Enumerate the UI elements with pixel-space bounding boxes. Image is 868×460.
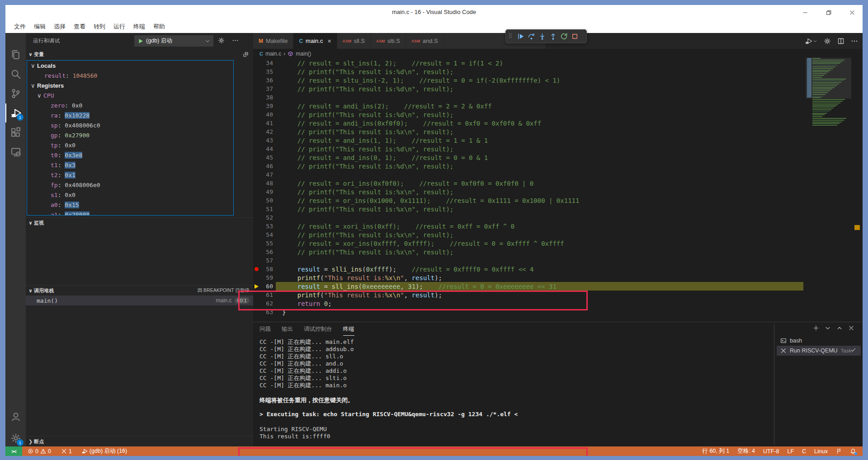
breakpoint-gutter[interactable]: [253, 93, 260, 102]
status-item-2[interactable]: UTF-8: [763, 448, 779, 455]
breakpoint-gutter[interactable]: [253, 230, 260, 239]
code-line-34[interactable]: 34 // result = slt_ins(1, 2); //result =…: [253, 59, 863, 67]
register-row[interactable]: tp: 0x0: [27, 140, 233, 150]
breakpoint-gutter[interactable]: [253, 256, 260, 265]
code-editor[interactable]: 34 // result = slt_ins(1, 2); //result =…: [253, 59, 863, 322]
registers-group[interactable]: ∨Registers: [27, 80, 233, 90]
notifications-item[interactable]: [850, 448, 856, 455]
breakpoint-gutter[interactable]: [253, 188, 260, 196]
minimap-slider[interactable]: [806, 58, 851, 99]
code-line-47[interactable]: 47: [253, 170, 863, 179]
feedback-item[interactable]: [836, 448, 842, 454]
restore-button[interactable]: [823, 7, 835, 19]
start-debug-icon[interactable]: [137, 38, 144, 44]
breakpoint-gutter[interactable]: [253, 119, 260, 127]
breakpoint-gutter[interactable]: [253, 127, 260, 136]
status-item-4[interactable]: C: [802, 448, 806, 455]
locals-group[interactable]: ∨Locals: [27, 61, 233, 70]
tab-and-S[interactable]: ASMand.S: [406, 33, 444, 49]
call-stack-frame[interactable]: main() main.c 60:1: [26, 296, 253, 305]
breadcrumb-symbol[interactable]: main(): [296, 51, 311, 57]
local-variable[interactable]: result: 1048560: [27, 70, 233, 80]
code-line-51[interactable]: 51 // printf("This result is:%x\n", resu…: [253, 205, 863, 213]
menu-item-0[interactable]: 文件: [10, 21, 30, 32]
register-row[interactable]: a1: 0x28008: [27, 210, 233, 216]
problems-status[interactable]: 00: [28, 448, 51, 455]
code-line-37[interactable]: 37 // printf("This result is:%d\n", resu…: [253, 84, 863, 93]
breakpoint-gutter[interactable]: [253, 162, 260, 170]
breakpoint-gutter[interactable]: [253, 205, 260, 213]
activity-item-extensions[interactable]: [5, 123, 26, 142]
register-row[interactable]: gp: 0x27900: [27, 130, 233, 140]
launch-config-dropdown[interactable]: (gdb) 启动: [134, 35, 213, 47]
activity-item-accounts[interactable]: [5, 407, 26, 426]
terminal-dropdown-icon[interactable]: [825, 325, 831, 331]
debug-step-over-button[interactable]: [526, 31, 537, 42]
breakpoints-section-header[interactable]: ❯ 断点: [26, 436, 253, 446]
register-row[interactable]: sp: 0x408006c0: [27, 120, 233, 130]
activity-item-source-control[interactable]: [5, 84, 26, 103]
tab-Makefile[interactable]: MMakefile: [253, 33, 293, 49]
debug-step-out-button[interactable]: [547, 31, 558, 42]
code-line-55[interactable]: 55 // result = xor_ins(0xffff, 0xffff); …: [253, 239, 863, 248]
code-line-60[interactable]: 60 result = sll_ins(0xeeeeeeee, 31); //r…: [253, 282, 863, 291]
editor-action-more-actions[interactable]: [851, 38, 858, 45]
code-line-54[interactable]: 54 // printf("This result is:%x\n", resu…: [253, 230, 863, 239]
panel-tab-问题[interactable]: 问题: [259, 325, 271, 336]
panel-tab-终端[interactable]: 终端: [343, 325, 354, 336]
minimize-button[interactable]: [799, 7, 811, 19]
remote-indicator[interactable]: ><: [5, 446, 22, 456]
code-line-36[interactable]: 36 // result = sltu_ins(-2, 1); //result…: [253, 76, 863, 84]
close-panel-icon[interactable]: [848, 325, 854, 331]
code-line-48[interactable]: 48 // result = ori_ins(0xf0f0); //result…: [253, 179, 863, 188]
tab-main-c[interactable]: Cmain.c×: [293, 33, 337, 49]
breakpoint-gutter[interactable]: [253, 196, 260, 205]
status-item-3[interactable]: LF: [787, 448, 794, 455]
register-row[interactable]: s1: 0x0: [27, 190, 233, 200]
panel-tab-调试控制台[interactable]: 调试控制台: [304, 325, 332, 336]
panel-tab-输出[interactable]: 输出: [282, 325, 293, 336]
menu-item-7[interactable]: 帮助: [149, 21, 169, 32]
running-tasks-status[interactable]: 1: [61, 448, 72, 455]
terminal-output[interactable]: CC -[M] 正在构建... main.elfCC -[M] 正在构建... …: [259, 338, 766, 446]
breakpoint-gutter[interactable]: [253, 291, 260, 299]
status-item-5[interactable]: Linux: [814, 448, 828, 455]
code-line-49[interactable]: 49 // printf("This result is:%x\n", resu…: [253, 188, 863, 196]
register-row[interactable]: t0: 0x3e8: [27, 150, 233, 160]
debug-session-status[interactable]: (gdb) 启动 (16): [82, 447, 127, 455]
code-line-50[interactable]: 50 // result = or_ins(0x1000, 0x1111); /…: [253, 196, 863, 205]
status-item-0[interactable]: 行 60, 列 1: [702, 447, 729, 455]
status-item-1[interactable]: 空格: 4: [737, 447, 755, 455]
code-line-61[interactable]: 61 printf("This result is:%x\n", result)…: [253, 291, 863, 299]
code-line-41[interactable]: 41 // result = andi_ins(0xf0f0); //resul…: [253, 119, 863, 127]
tab-sll-S[interactable]: ASMsll.S: [337, 33, 371, 49]
breakpoint-gutter[interactable]: [253, 136, 260, 145]
activity-item-search[interactable]: [5, 65, 26, 84]
activity-item-run-and-debug[interactable]: 1: [5, 103, 26, 122]
editor-action-run-or-debug[interactable]: [805, 38, 817, 45]
code-line-52[interactable]: 52: [253, 213, 863, 222]
breakpoint-gutter[interactable]: [253, 239, 260, 248]
variables-section-header[interactable]: ∨ 变量: [26, 49, 253, 60]
new-terminal-icon[interactable]: [813, 325, 819, 331]
code-line-42[interactable]: 42 // printf("This result is:%x\n", resu…: [253, 127, 863, 136]
code-line-43[interactable]: 43 // result = and_ins(1, 1); //result =…: [253, 136, 863, 145]
code-line-44[interactable]: 44 // printf("This result is:%d\n", resu…: [253, 145, 863, 153]
breakpoint-gutter[interactable]: [253, 222, 260, 230]
cpu-group[interactable]: ∨CPU: [27, 90, 233, 100]
debug-stop-button[interactable]: [569, 31, 580, 42]
terminal-list-item-Run-RISCV-QEMU[interactable]: Run RISCV-QEMUTask: [777, 346, 861, 356]
register-row[interactable]: ra: 0x10228: [27, 110, 233, 120]
register-row[interactable]: t2: 0x1: [27, 170, 233, 180]
code-line-40[interactable]: 40 // printf("This result is:%d\n", resu…: [253, 110, 863, 119]
breakpoint-gutter[interactable]: [253, 59, 260, 67]
tab-slti-S[interactable]: ASMslti.S: [371, 33, 406, 49]
code-line-45[interactable]: 45 // result = and_ins(0, 1); //result =…: [253, 153, 863, 162]
breakpoint-gutter[interactable]: [253, 282, 260, 291]
breakpoint-gutter[interactable]: [253, 273, 260, 282]
menu-item-3[interactable]: 查看: [70, 21, 90, 32]
activity-item-settings[interactable]: 1: [5, 429, 26, 448]
register-row[interactable]: t1: 0x3: [27, 160, 233, 170]
maximize-panel-icon[interactable]: [836, 325, 843, 331]
menu-item-5[interactable]: 运行: [109, 21, 129, 32]
